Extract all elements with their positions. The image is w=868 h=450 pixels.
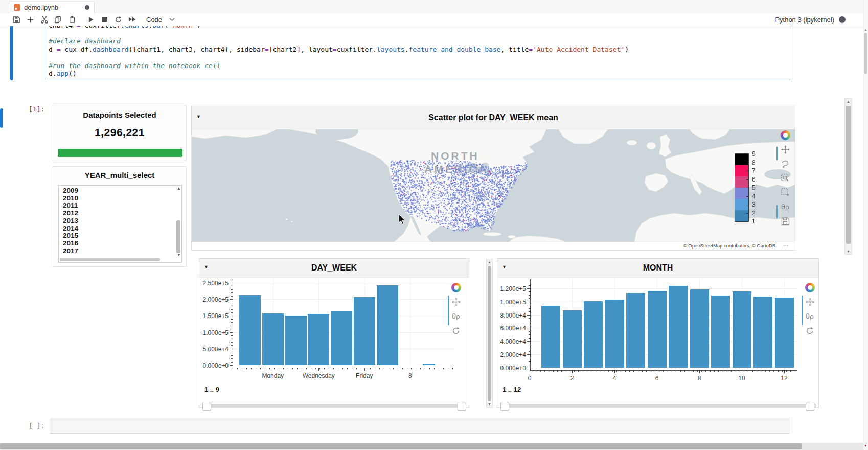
box-select-tool-icon[interactable] — [780, 188, 790, 197]
kernel-indicator[interactable]: Python 3 (ipykernel) — [775, 16, 846, 24]
bar[interactable] — [775, 298, 794, 368]
box-zoom-tool-icon[interactable] — [780, 173, 790, 183]
bokeh-logo-icon[interactable] — [781, 130, 790, 140]
copy-cell-button[interactable] — [51, 14, 65, 25]
bar[interactable] — [331, 311, 352, 365]
reset-tool-icon[interactable] — [451, 326, 461, 335]
x-minor-tick — [744, 370, 744, 372]
x-minor-tick — [710, 370, 711, 372]
year-option[interactable]: 2011 — [59, 202, 175, 210]
range-slider-handle-left[interactable] — [202, 402, 211, 411]
bar[interactable] — [262, 313, 284, 365]
stop-kernel-button[interactable] — [98, 14, 111, 25]
reset-tool-icon[interactable] — [805, 326, 815, 335]
x-minor-tick — [621, 370, 621, 372]
scrollbar-thumb[interactable] — [846, 106, 851, 244]
bar[interactable] — [354, 297, 375, 365]
x-minor-tick — [736, 370, 736, 372]
bar[interactable] — [605, 300, 624, 368]
restart-kernel-button[interactable] — [111, 14, 125, 25]
scroll-up-icon[interactable]: ▲ — [845, 100, 852, 103]
cut-cell-button[interactable] — [37, 14, 51, 25]
bar[interactable] — [285, 316, 307, 365]
x-minor-tick — [256, 368, 256, 369]
code-editor[interactable]: chart4 = cuxfilter.charts.bar('MONTH') #… — [49, 21, 788, 79]
pan-tool-icon[interactable] — [451, 297, 461, 307]
unsaved-changes-dot[interactable] — [85, 5, 89, 10]
window-horizontal-scrollbar[interactable] — [0, 443, 863, 450]
bar[interactable] — [733, 291, 751, 368]
range-slider-handle-right[interactable] — [458, 402, 466, 411]
collapse-caret-icon[interactable]: ▼ — [196, 114, 201, 119]
collapse-caret-icon[interactable]: ▼ — [204, 264, 209, 269]
toolbar-overflow-icon[interactable]: ⋯ — [783, 244, 789, 247]
year-multiselect-listbox[interactable]: ▲ ▼ 200920102011201220132014201520162017 — [58, 185, 182, 263]
listbox-hscrollbar-thumb[interactable] — [60, 258, 160, 261]
year-option[interactable]: 2014 — [59, 225, 175, 233]
bar[interactable] — [648, 291, 667, 368]
range-slider-handle-left[interactable] — [500, 402, 509, 411]
year-option[interactable]: 2017 — [59, 248, 175, 255]
bar[interactable] — [308, 314, 329, 365]
scrollbar-thumb[interactable] — [488, 266, 491, 401]
pan-tool-icon[interactable] — [805, 297, 815, 307]
year-option[interactable]: 2015 — [59, 232, 175, 240]
bar[interactable] — [584, 301, 603, 368]
year-option[interactable]: 2013 — [59, 217, 175, 225]
code-cell[interactable]: chart4 = cuxfilter.charts.bar('MONTH') #… — [45, 18, 790, 80]
x-minor-tick — [233, 368, 233, 369]
map-plot-area[interactable]: NORTH AMERICA θρ — [192, 129, 795, 242]
scroll-up-icon[interactable]: ▲ — [487, 260, 492, 264]
tab-demo-ipynb[interactable]: demo.ipynb — [9, 1, 95, 13]
scatter-points-layer[interactable] — [192, 129, 795, 242]
bokeh-logo-icon[interactable] — [805, 283, 815, 292]
bar[interactable] — [563, 310, 582, 368]
save-plot-tool-icon[interactable] — [780, 216, 790, 226]
bar[interactable] — [541, 306, 560, 368]
listbox-scroll-down-icon[interactable]: ▼ — [177, 253, 181, 257]
bar[interactable] — [669, 286, 688, 368]
partial-bar[interactable] — [423, 364, 436, 365]
scrollbar-thumb[interactable] — [0, 443, 802, 449]
bokeh-logo-icon[interactable] — [451, 283, 461, 292]
scrollbar-thumb[interactable] — [864, 33, 867, 74]
charts-row-scrollbar[interactable]: ▲ ▼ — [486, 259, 493, 408]
listbox-scrollbar-thumb[interactable] — [176, 220, 180, 253]
active-cell-indicator[interactable] — [10, 18, 13, 80]
x-minor-tick — [668, 370, 668, 372]
output-collapser[interactable] — [0, 108, 3, 128]
inspect-tool-icon[interactable]: θρ — [451, 311, 461, 321]
bar[interactable] — [690, 289, 709, 368]
bar[interactable] — [626, 293, 645, 368]
year-option[interactable]: 2010 — [59, 195, 175, 202]
bar[interactable] — [239, 295, 261, 365]
restart-run-all-button[interactable] — [125, 14, 139, 25]
inspect-tool-icon[interactable]: θρ — [780, 202, 790, 212]
scroll-down-icon[interactable]: ▼ — [845, 250, 852, 253]
inspect-tool-icon[interactable]: θρ — [805, 311, 815, 321]
year-option[interactable]: 2016 — [59, 240, 175, 248]
save-button[interactable] — [10, 14, 24, 25]
cell-type-dropdown[interactable]: Code — [146, 16, 175, 24]
scroll-down-icon[interactable]: ▼ — [487, 402, 492, 406]
scroll-down-icon[interactable]: ▼ — [864, 444, 867, 447]
paste-cell-button[interactable] — [65, 14, 79, 25]
listbox-scroll-up-icon[interactable]: ▲ — [177, 186, 181, 191]
lasso-select-tool-icon[interactable] — [780, 159, 790, 169]
scroll-up-icon[interactable]: ▲ — [864, 28, 867, 31]
x-minor-tick — [612, 370, 613, 372]
year-option[interactable]: 2009 — [59, 187, 175, 195]
range-slider-handle-right[interactable] — [806, 402, 814, 411]
bar[interactable] — [753, 297, 772, 368]
pan-tool-icon[interactable] — [780, 145, 790, 154]
collapse-caret-icon[interactable]: ▼ — [502, 264, 507, 269]
bar[interactable] — [711, 296, 730, 368]
x-tick-label: 8 — [390, 372, 430, 379]
empty-code-cell[interactable] — [50, 418, 790, 434]
year-option[interactable]: 2012 — [59, 210, 175, 217]
window-vertical-scrollbar[interactable]: ▲ ▼ — [863, 0, 868, 450]
map-row-scrollbar[interactable]: ▲ ▼ — [844, 98, 852, 255]
add-cell-button[interactable] — [24, 14, 37, 25]
bar[interactable] — [377, 285, 398, 365]
run-cell-button[interactable] — [84, 14, 98, 25]
